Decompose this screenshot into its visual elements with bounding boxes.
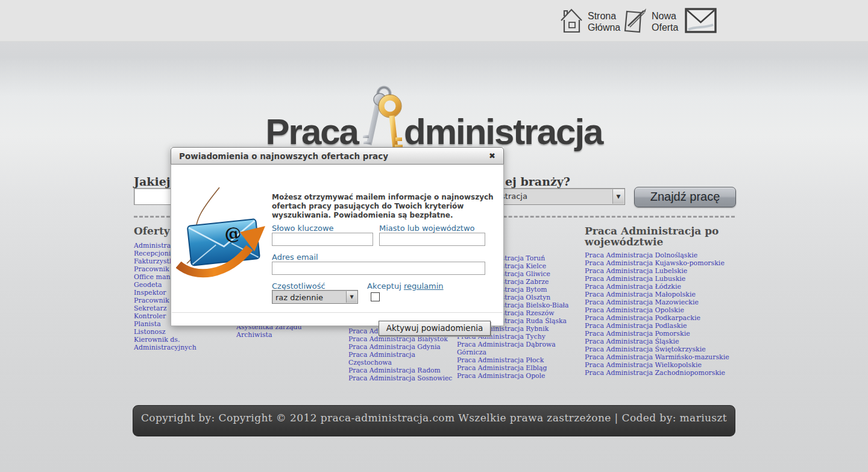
nav-home[interactable]: Strona Główna	[559, 7, 620, 36]
modal-description-line: wyszukiwania. Powiadomienia są bezpłatne…	[272, 211, 495, 220]
city-link[interactable]: Praca Administracja Białystok	[348, 335, 453, 343]
city-link[interactable]: Praca Administracja Gdynia	[348, 343, 453, 351]
city-input[interactable]	[379, 233, 485, 246]
accept-text: Akceptuj	[367, 282, 404, 291]
modal-description-line: ofertach pracy pasujących do Twoich kryt…	[272, 202, 495, 211]
frequency-select[interactable]: raz dziennie ▼	[272, 290, 358, 304]
city-link[interactable]: Praca Administracja Elbląg	[457, 364, 581, 372]
voivodeship-link[interactable]: Praca Administracja Mazowieckie	[585, 298, 741, 306]
footer-copyright: Copyright by: Copyright © 2012 praca-adm…	[141, 412, 727, 424]
top-bar	[0, 0, 868, 42]
keyword-label: Słowo kluczowe	[272, 224, 334, 233]
voivodeships-heading: Praca Administracja po województwie	[585, 225, 737, 247]
logo-text-left: Praca	[266, 111, 358, 153]
modal-separator	[172, 312, 503, 313]
job-link[interactable]: Archiwista	[236, 331, 344, 339]
footer: Copyright by: Copyright © 2012 praca-adm…	[133, 405, 735, 436]
accept-terms-label: Akceptuj regulamin	[367, 282, 444, 291]
search-heading-right: ej branży?	[505, 175, 570, 188]
find-job-button[interactable]: Znajdź pracę	[634, 187, 736, 207]
search-heading-left: Jakiej	[134, 175, 171, 188]
nav-new-offer[interactable]: Nowa Oferta	[622, 7, 678, 36]
voivodeship-link[interactable]: Praca Administracja Podlaskie	[585, 322, 741, 330]
home-icon	[559, 7, 583, 36]
accept-terms-checkbox[interactable]	[371, 292, 380, 301]
frequency-select-value: raz dziennie	[275, 293, 323, 302]
city-link[interactable]: Praca Administracja Częstochowa	[348, 351, 453, 367]
city-label: Miasto lub województwo	[379, 224, 475, 233]
modal-body: @ Możesz otrzymywać mailem informacje o …	[171, 165, 504, 326]
modal-description: Możesz otrzymywać mailem informacje o na…	[272, 193, 495, 220]
voivodeship-link[interactable]: Praca Administracja Warmińsko-mazurskie	[585, 353, 741, 361]
voivodeship-link[interactable]: Praca Administracja Lubelskie	[585, 267, 741, 275]
notifications-modal: Powiadomienia o najnowszych ofertach pra…	[171, 147, 504, 326]
voivodeship-link[interactable]: Praca Administracja Świętokrzyskie	[585, 345, 741, 353]
email-label: Adres email	[272, 253, 318, 262]
chevron-down-icon: ▼	[346, 291, 357, 303]
nav-home-label: Strona Główna	[588, 10, 620, 33]
close-icon[interactable]: ✖	[489, 151, 495, 160]
job-link[interactable]: Kierownik ds. Administracyjnych	[134, 336, 225, 351]
activate-notifications-button[interactable]: Aktywuj powiadomienia	[379, 321, 491, 336]
modal-title-bar: Powiadomienia o najnowszych ofertach pra…	[171, 147, 504, 165]
chevron-down-icon: ▼	[612, 189, 624, 204]
keyword-input[interactable]	[272, 233, 373, 246]
nav-mail[interactable]	[685, 8, 717, 36]
voivodeship-link[interactable]: Praca Administracja Małopolskie	[585, 291, 741, 298]
voivodeship-link[interactable]: Praca Administracja Kujawsko-pomorskie	[585, 259, 741, 267]
voivodeship-link[interactable]: Praca Administracja Pomorskie	[585, 330, 741, 338]
voivodeship-link[interactable]: Praca Administracja Podkarpackie	[585, 314, 741, 322]
terms-link[interactable]: regulamin	[404, 282, 444, 291]
email-input[interactable]	[272, 262, 485, 275]
logo-text-right: dministracja	[404, 111, 602, 153]
new-offer-icon	[622, 7, 647, 36]
modal-description-line: Możesz otrzymywać mailem informacje o na…	[272, 193, 495, 202]
voivodeship-link[interactable]: Praca Administracja Opolskie	[585, 306, 741, 314]
page: Strona Główna Nowa Oferta Pr	[0, 0, 868, 472]
frequency-label: Częstotliwość	[272, 282, 326, 291]
voivodeship-link[interactable]: Praca Administracja Zachodniopomorskie	[585, 369, 741, 377]
city-link[interactable]: Praca Administracja Radom	[348, 367, 453, 374]
svg-text:@: @	[224, 223, 242, 245]
city-link[interactable]: Praca Administracja Opole	[457, 372, 581, 380]
modal-title: Powiadomienia o najnowszych ofertach pra…	[179, 151, 388, 161]
city-link[interactable]: Praca Administracja Płock	[457, 356, 581, 364]
email-alert-icon: @	[176, 186, 268, 280]
job-link[interactable]: Listonosz	[134, 328, 225, 336]
voivodeship-link[interactable]: Praca Administracja Śląskie	[585, 338, 741, 345]
city-link[interactable]: Praca Administracja Sosnowiec	[348, 374, 453, 382]
mail-icon	[685, 8, 717, 36]
voivodeship-link[interactable]: Praca Administracja Dolnośląskie	[585, 251, 741, 259]
voivodeship-link[interactable]: Praca Administracja Wielkopolskie	[585, 361, 741, 369]
voivodeships-list: Praca Administracja DolnośląskiePraca Ad…	[585, 251, 741, 377]
nav-new-offer-label: Nowa Oferta	[652, 10, 678, 33]
city-link[interactable]: Praca Administracja Dąbrowa Górnicza	[457, 341, 581, 356]
voivodeship-link[interactable]: Praca Administracja Łódzkie	[585, 283, 741, 291]
voivodeship-link[interactable]: Praca Administracja Lubuskie	[585, 275, 741, 283]
offers-heading: Oferty	[134, 225, 170, 236]
